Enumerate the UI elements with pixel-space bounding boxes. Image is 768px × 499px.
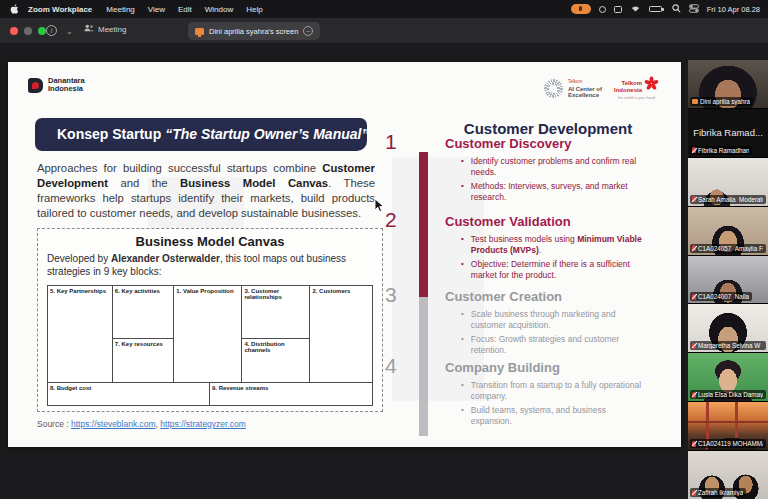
menubar-app-name[interactable]: Zoom Workplace	[28, 5, 92, 14]
participant-name: Zafirah Ikramiya	[698, 489, 743, 496]
participant-name: Dini aprilia syahra	[700, 98, 750, 105]
text-segment: Business Model Canvas	[180, 177, 328, 189]
participant-tile[interactable]: Margaretha Selvina W_...	[688, 304, 768, 352]
bmc-cell-distribution-channels: 4. Distribution channels	[242, 339, 310, 382]
wifi-icon[interactable]	[630, 4, 641, 14]
brand-line2: Indonesia	[48, 85, 85, 93]
mic-muted-icon	[692, 196, 696, 202]
meeting-content-area: Danantara Indonesia Telkom AI Center of …	[0, 44, 768, 499]
bullet-text: Methods: Interviews, surveys, and market…	[471, 181, 647, 203]
mic-muted-icon	[692, 294, 696, 300]
bullet-item: •Focus: Growth strategies and customer r…	[461, 334, 647, 356]
text-segment: Alexander Osterwalder	[111, 253, 220, 264]
bmc-title: Business Model Canvas	[38, 234, 382, 249]
bmc-cell-key-activities: 6. Key activities	[113, 286, 175, 339]
bmc-cell-budget-cost: 8. Budget cost	[48, 383, 210, 405]
meeting-tab[interactable]: Meeting	[84, 24, 126, 34]
step-number: 3	[385, 283, 397, 307]
timeline-bar-inactive	[419, 297, 428, 436]
banner-italic: “The Startup Owner’s Manual”	[165, 126, 368, 142]
participant-name-label: Dini aprilia syahra	[690, 97, 753, 106]
apple-icon[interactable]	[8, 4, 20, 14]
participant-name-label: Fibrika Ramadhan	[690, 146, 752, 155]
minimize-window-button[interactable]	[24, 27, 32, 35]
bullet-text: Objective: Determine if there is a suffi…	[471, 259, 647, 281]
bullet-item: •Transition from a startup to a fully op…	[461, 380, 647, 402]
close-window-button[interactable]	[10, 27, 18, 35]
text-segment: and the	[108, 177, 180, 189]
screen-share-icon	[692, 99, 698, 104]
step-title: Customer Validation	[445, 214, 681, 229]
bmc-bottom-row: 8. Budget cost 9. Revenue streams	[47, 383, 373, 406]
timeline-bar-active	[419, 152, 428, 297]
bullet-item: •Build teams, systems, and business expa…	[461, 405, 647, 427]
bullet-dot: •	[461, 259, 464, 281]
participant-tile[interactable]: C1A024057_Amaylia Fa...	[688, 207, 768, 255]
source-line: Source : https://steveblank.com, https:/…	[37, 419, 246, 429]
source-link-steveblank[interactable]: https://steveblank.com	[71, 419, 156, 429]
collapse-icon[interactable]: –	[303, 26, 313, 36]
participant-name-label: Margaretha Selvina W_...	[690, 341, 766, 350]
participant-tile[interactable]: Sarah Amalia_Moderator	[688, 158, 768, 206]
screen-share-icon	[195, 28, 204, 35]
battery-icon[interactable]	[649, 6, 664, 13]
step-bullets: •Transition from a startup to a fully op…	[445, 380, 681, 427]
bullet-dot: •	[461, 309, 464, 331]
zoom-titlebar: i ⌄ Meeting Dini aprilia syahra's screen…	[0, 18, 768, 44]
menubar-clock[interactable]: Fri 10 Apr 08.28	[707, 5, 760, 14]
meeting-tab-label: Meeting	[98, 25, 126, 34]
macos-menubar: Zoom Workplace Meeting View Edit Window …	[0, 0, 768, 18]
participant-name: Fibrika Ramadhan	[698, 147, 749, 154]
bmc-cell-revenue-streams: 9. Revenue streams	[210, 383, 372, 405]
danantara-logo-icon	[28, 78, 43, 93]
recording-indicator-pill[interactable]	[571, 4, 591, 14]
status-circle-icon[interactable]	[599, 6, 606, 13]
participants-icon	[84, 24, 94, 34]
bmc-cell-value-proposition: 1. Value Proposition	[174, 286, 242, 382]
menu-help[interactable]: Help	[246, 5, 262, 14]
participant-tile[interactable]: Zafirah Ikramiya	[688, 451, 768, 499]
participant-name-label: Lusia Elsa Dika Damayanty	[690, 390, 766, 399]
cd-steps: 1Customer Discovery•Identify customer pr…	[445, 62, 681, 447]
bullet-text: Test business models using Minimum Viabl…	[471, 234, 647, 256]
mic-muted-icon	[692, 441, 696, 447]
participant-name-label: C1A024007_Naila	[690, 292, 752, 301]
source-link-strategyzer[interactable]: https://strategyzer.com	[160, 419, 246, 429]
shared-slide: Danantara Indonesia Telkom AI Center of …	[8, 62, 681, 447]
participant-tile[interactable]: Dini aprilia syahra	[688, 60, 768, 108]
menu-edit[interactable]: Edit	[178, 5, 192, 14]
participant-name-label: Sarah Amalia_Moderator	[690, 195, 766, 204]
meeting-info-icon[interactable]: i	[46, 25, 57, 36]
menu-meeting[interactable]: Meeting	[106, 5, 134, 14]
menu-window[interactable]: Window	[205, 5, 233, 14]
participant-name: Margaretha Selvina W_...	[698, 342, 763, 349]
bullet-text: Scale business through marketing and cus…	[471, 309, 647, 331]
fullscreen-window-button[interactable]	[38, 27, 46, 35]
menu-view[interactable]: View	[148, 5, 165, 14]
participant-name: C1A024057_Amaylia Fa...	[698, 245, 763, 252]
step-bullets: •Identify customer problems and confirm …	[445, 156, 681, 203]
mouse-cursor	[374, 198, 385, 217]
participant-tile[interactable]: C1A024119 MOHAMMA...	[688, 402, 768, 450]
screen: Zoom Workplace Meeting View Edit Window …	[0, 0, 768, 499]
participant-tile[interactable]: Lusia Elsa Dika Damayanty	[688, 353, 768, 401]
chevron-down-icon[interactable]: ⌄	[66, 27, 73, 36]
bullet-item: •Test business models using Minimum Viab…	[461, 234, 647, 256]
participant-tile[interactable]: Fibrika Ramad...Fibrika Ramadhan	[688, 109, 768, 157]
step-title: Company Building	[445, 360, 681, 375]
cd-step-customer-discovery: 1Customer Discovery•Identify customer pr…	[445, 136, 681, 206]
control-center-icon[interactable]	[689, 4, 699, 15]
bullet-text: Build teams, systems, and business expan…	[471, 405, 647, 427]
bullet-text: Transition from a startup to a fully ope…	[471, 380, 647, 402]
banner-plain: Konsep Startup	[57, 126, 165, 142]
shared-screen-tab[interactable]: Dini aprilia syahra's screen –	[188, 22, 320, 40]
step-bullets: •Scale business through marketing and cu…	[445, 309, 681, 356]
mic-muted-icon	[692, 490, 696, 496]
search-icon[interactable]	[672, 4, 681, 15]
participant-tile[interactable]: C1A024007_Naila	[688, 256, 768, 304]
cd-step-customer-validation: 2Customer Validation•Test business model…	[445, 214, 681, 284]
bullet-dot: •	[461, 405, 464, 427]
business-model-canvas-box: Business Model Canvas Developed by Alexa…	[37, 228, 383, 412]
display-icon[interactable]	[614, 6, 622, 13]
timeline-tick	[401, 143, 445, 144]
